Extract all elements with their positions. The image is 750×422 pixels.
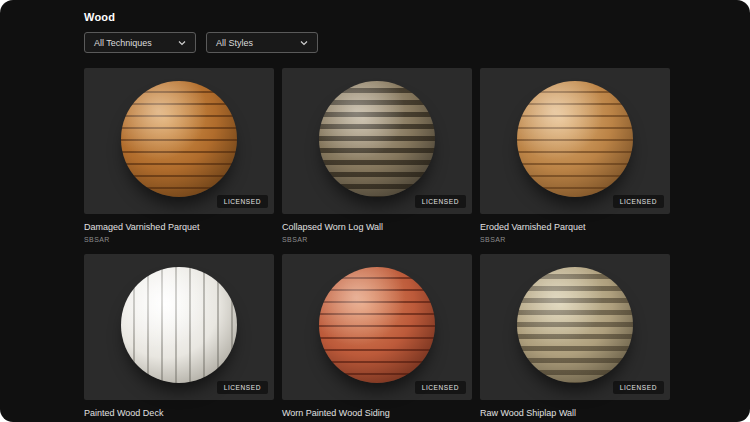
material-thumbnail: LICENSED: [480, 254, 670, 400]
licensed-badge: LICENSED: [415, 381, 466, 394]
material-sphere-preview: [121, 81, 237, 197]
chevron-down-icon: [300, 39, 308, 47]
material-title: Eroded Varnished Parquet: [480, 222, 670, 232]
material-format: SBSAR: [84, 236, 274, 243]
licensed-badge: LICENSED: [217, 381, 268, 394]
styles-dropdown[interactable]: All Styles: [206, 32, 318, 53]
material-title: Painted Wood Deck: [84, 408, 274, 418]
styles-dropdown-label: All Styles: [216, 38, 253, 48]
material-thumbnail: LICENSED: [282, 254, 472, 400]
material-card[interactable]: LICENSED Eroded Varnished Parquet SBSAR: [480, 68, 670, 243]
material-title: Worn Painted Wood Siding: [282, 408, 472, 418]
licensed-badge: LICENSED: [613, 381, 664, 394]
material-thumbnail: LICENSED: [282, 68, 472, 214]
licensed-badge: LICENSED: [613, 195, 664, 208]
material-format: SBSAR: [282, 236, 472, 243]
material-card[interactable]: LICENSED Damaged Varnished Parquet SBSAR: [84, 68, 274, 243]
material-thumbnail: LICENSED: [84, 68, 274, 214]
material-title: Raw Wood Shiplap Wall: [480, 408, 670, 418]
material-card[interactable]: LICENSED Raw Wood Shiplap Wall SBSAR: [480, 254, 670, 422]
techniques-dropdown[interactable]: All Techniques: [84, 32, 196, 53]
material-sphere-preview: [319, 81, 435, 197]
techniques-dropdown-label: All Techniques: [94, 38, 152, 48]
material-thumbnail: LICENSED: [84, 254, 274, 400]
material-card[interactable]: LICENSED Worn Painted Wood Siding SBSAR: [282, 254, 472, 422]
material-thumbnail: LICENSED: [480, 68, 670, 214]
material-format: SBSAR: [480, 236, 670, 243]
asset-browser-panel: Wood All Techniques All Styles LICENSED: [0, 0, 750, 422]
material-sphere-preview: [517, 267, 633, 383]
chevron-down-icon: [178, 39, 186, 47]
page-title: Wood: [84, 0, 670, 23]
material-title: Damaged Varnished Parquet: [84, 222, 274, 232]
material-sphere-preview: [517, 81, 633, 197]
filter-bar: All Techniques All Styles: [84, 32, 670, 53]
licensed-badge: LICENSED: [415, 195, 466, 208]
material-sphere-preview: [121, 267, 237, 383]
material-sphere-preview: [319, 267, 435, 383]
licensed-badge: LICENSED: [217, 195, 268, 208]
material-grid: LICENSED Damaged Varnished Parquet SBSAR…: [84, 68, 670, 422]
material-title: Collapsed Worn Log Wall: [282, 222, 472, 232]
material-card[interactable]: LICENSED Painted Wood Deck SBSAR: [84, 254, 274, 422]
material-card[interactable]: LICENSED Collapsed Worn Log Wall SBSAR: [282, 68, 472, 243]
